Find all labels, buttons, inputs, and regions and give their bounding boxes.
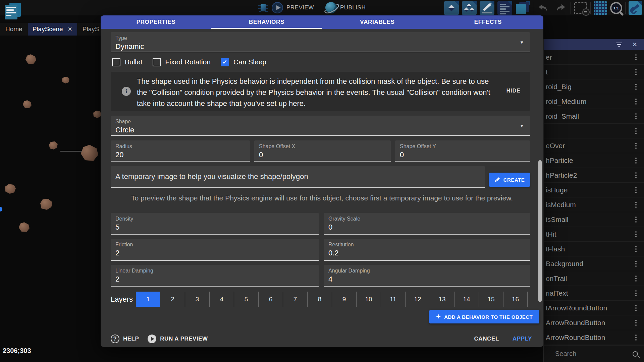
checkbox-icon[interactable]: ✓ bbox=[153, 58, 161, 66]
debugger-icon[interactable] bbox=[258, 2, 268, 13]
clear-selection-icon[interactable] bbox=[574, 2, 587, 14]
grid-icon[interactable] bbox=[594, 1, 607, 15]
item-menu-icon[interactable] bbox=[635, 172, 637, 179]
object-list-item[interactable]: ArrowRoundButton bbox=[544, 315, 644, 330]
layer-button-15[interactable]: 15 bbox=[479, 292, 503, 307]
checkbox-icon[interactable]: ✓ bbox=[221, 58, 229, 66]
object-list-item[interactable]: er bbox=[544, 50, 644, 65]
object-list-item[interactable]: isMedium bbox=[544, 197, 644, 212]
type-select[interactable]: Type Dynamic ▼ bbox=[111, 32, 530, 52]
object-list-item[interactable]: rialText bbox=[544, 286, 644, 301]
close-icon[interactable]: ✕ bbox=[632, 42, 637, 48]
bullet-checkbox[interactable]: ✓ Bullet bbox=[112, 58, 143, 66]
object-list-item[interactable]: tHit bbox=[544, 227, 644, 242]
asteroid-sprite[interactable] bbox=[62, 77, 69, 83]
shape-offset-x-field[interactable]: Shape Offset X 0 bbox=[254, 140, 391, 162]
run-preview-button[interactable]: RUN A PREVIEW bbox=[148, 335, 208, 343]
shape-offset-y-field[interactable]: Shape Offset Y 0 bbox=[395, 140, 530, 162]
tab-properties[interactable]: PROPERTIES bbox=[101, 15, 211, 29]
shape-select[interactable]: Shape Circle ▼ bbox=[111, 116, 530, 136]
scene-properties-icon[interactable] bbox=[629, 1, 642, 15]
item-menu-icon[interactable] bbox=[635, 127, 637, 134]
objects-editor-icon[interactable] bbox=[444, 1, 459, 15]
radius-field[interactable]: Radius 20 bbox=[111, 140, 250, 162]
layer-button-11[interactable]: 11 bbox=[381, 292, 405, 307]
layer-button-6[interactable]: 6 bbox=[258, 292, 283, 307]
item-menu-icon[interactable] bbox=[635, 68, 637, 75]
layer-button-9[interactable]: 9 bbox=[332, 292, 356, 307]
gravity-scale-field[interactable]: Gravity Scale 0 bbox=[324, 213, 530, 235]
dialog-scrollbar[interactable] bbox=[538, 160, 542, 302]
publish-globe-icon[interactable] bbox=[325, 2, 337, 13]
help-button[interactable]: ? HELP bbox=[111, 335, 139, 343]
apply-button[interactable]: APPLY bbox=[513, 336, 532, 342]
tab-variables[interactable]: VARIABLES bbox=[322, 15, 433, 29]
tab-playscene[interactable]: PlayScene ✕ bbox=[28, 23, 77, 36]
tab-effects[interactable]: EFFECTS bbox=[433, 15, 543, 29]
asteroid-sprite[interactable] bbox=[81, 145, 98, 161]
project-manager-icon[interactable] bbox=[4, 2, 21, 19]
zoom-original-icon[interactable]: 1:1 bbox=[610, 2, 622, 14]
layer-button-16[interactable]: 16 bbox=[503, 292, 528, 307]
object-list-item[interactable]: isSmall bbox=[544, 212, 644, 227]
layer-button-1[interactable]: 1 bbox=[136, 292, 160, 307]
checkbox-icon[interactable]: ✓ bbox=[112, 58, 120, 66]
asteroid-sprite[interactable] bbox=[5, 184, 16, 194]
item-menu-icon[interactable] bbox=[635, 186, 637, 193]
object-list-item[interactable]: tArrowRoundButton bbox=[544, 301, 644, 315]
object-list-item[interactable]: tFlash bbox=[544, 242, 644, 256]
search-icon[interactable] bbox=[633, 351, 638, 357]
close-icon[interactable]: ✕ bbox=[68, 26, 72, 33]
filter-icon[interactable] bbox=[616, 43, 622, 47]
asteroid-sprite[interactable] bbox=[23, 100, 32, 108]
chevron-down-icon[interactable]: ▼ bbox=[520, 40, 524, 45]
item-menu-icon[interactable] bbox=[635, 83, 637, 90]
layers-panel-icon[interactable] bbox=[515, 1, 530, 15]
linear-damping-field[interactable]: Linear Damping 2 bbox=[111, 265, 319, 287]
asteroid-sprite[interactable] bbox=[93, 111, 101, 118]
item-menu-icon[interactable] bbox=[635, 142, 637, 149]
item-menu-icon[interactable] bbox=[635, 275, 637, 282]
item-menu-icon[interactable] bbox=[635, 157, 637, 164]
asteroid-sprite[interactable] bbox=[25, 54, 36, 64]
item-menu-icon[interactable] bbox=[635, 334, 637, 341]
object-list-item[interactable]: onTrail bbox=[544, 271, 644, 286]
publish-button[interactable]: PUBLISH bbox=[340, 4, 366, 11]
objects-search-input[interactable]: Search bbox=[544, 345, 644, 362]
item-menu-icon[interactable] bbox=[635, 319, 637, 326]
hide-button[interactable]: HIDE bbox=[506, 88, 521, 94]
layer-button-2[interactable]: 2 bbox=[160, 292, 185, 307]
item-menu-icon[interactable] bbox=[635, 290, 637, 297]
asteroid-sprite[interactable] bbox=[40, 199, 52, 210]
can-sleep-checkbox[interactable]: ✓ Can Sleep bbox=[221, 58, 266, 66]
object-list-item[interactable]: Background bbox=[544, 256, 644, 271]
item-menu-icon[interactable] bbox=[635, 216, 637, 223]
density-field[interactable]: Density 5 bbox=[111, 213, 319, 235]
restitution-field[interactable]: Restitution 0.2 bbox=[324, 239, 530, 261]
edit-scene-icon[interactable] bbox=[480, 1, 494, 15]
item-menu-icon[interactable] bbox=[635, 98, 637, 105]
item-menu-icon[interactable] bbox=[635, 231, 637, 238]
layer-button-10[interactable]: 10 bbox=[356, 292, 381, 307]
asteroid-sprite[interactable] bbox=[19, 222, 30, 232]
object-list-item[interactable]: hParticle bbox=[544, 153, 644, 168]
undo-icon[interactable] bbox=[536, 2, 550, 14]
item-menu-icon[interactable] bbox=[635, 113, 637, 120]
asteroid-sprite[interactable] bbox=[49, 141, 58, 149]
object-list-item[interactable]: roid_Big bbox=[544, 79, 644, 94]
item-menu-icon[interactable] bbox=[635, 245, 637, 252]
layer-button-7[interactable]: 7 bbox=[283, 292, 307, 307]
tab-behaviors[interactable]: BEHAVIORS bbox=[211, 15, 322, 29]
cancel-button[interactable]: CANCEL bbox=[474, 336, 499, 342]
layer-button-14[interactable]: 14 bbox=[454, 292, 479, 307]
object-list-item[interactable] bbox=[544, 124, 644, 138]
fixed-rotation-checkbox[interactable]: ✓ Fixed Rotation bbox=[153, 58, 211, 66]
object-list-item[interactable]: t bbox=[544, 65, 644, 79]
object-list-item[interactable]: roid_Small bbox=[544, 109, 644, 124]
object-list-item[interactable]: roid_Medium bbox=[544, 94, 644, 109]
events-sheet-icon[interactable] bbox=[497, 1, 512, 15]
item-menu-icon[interactable] bbox=[635, 260, 637, 267]
angular-damping-field[interactable]: Angular Damping 4 bbox=[324, 265, 530, 287]
item-menu-icon[interactable] bbox=[635, 201, 637, 208]
object-list-item[interactable]: eOver bbox=[544, 138, 644, 153]
